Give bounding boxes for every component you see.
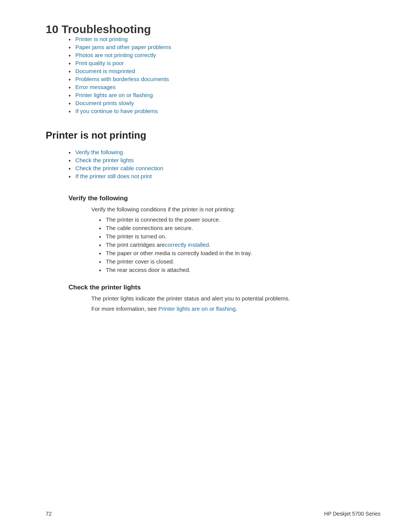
correctly-installed-link[interactable]: correctly installed — [165, 241, 209, 248]
subsection-check-lights: Check the printer lights The printer lig… — [68, 284, 381, 312]
printer-not-printing-subtoc: Verify the followingCheck the printer li… — [68, 149, 381, 179]
verify-items-list: The printer is connected to the power so… — [99, 216, 381, 273]
toc-link[interactable]: Document is misprinted — [75, 68, 135, 74]
toc-link[interactable]: Print quality is poor — [75, 60, 124, 66]
list-item: The printer is connected to the power so… — [99, 216, 381, 223]
check-lights-body1: The printer lights indicate the printer … — [91, 295, 381, 302]
list-item: The printer cover is closed. — [99, 258, 381, 265]
subsection-title-check-lights: Check the printer lights — [68, 284, 381, 291]
sub-toc-link[interactable]: Check the printer lights — [75, 157, 134, 163]
toc-link[interactable]: If you continue to have problems — [75, 108, 158, 114]
section-title-printer-not-printing: Printer is not printing — [46, 129, 381, 141]
toc-item: Document prints slowly — [68, 100, 381, 106]
sub-toc-item: Verify the following — [68, 149, 381, 155]
sub-toc-item: If the printer still does not print — [68, 173, 381, 179]
toc-link[interactable]: Document prints slowly — [75, 100, 134, 106]
subsection-title-verify: Verify the following — [68, 195, 381, 202]
toc-item: Printer lights are on or flashing — [68, 92, 381, 98]
toc-item: Paper jams and other paper problems — [68, 44, 381, 50]
list-item: The paper or other media is correctly lo… — [99, 250, 381, 256]
toc-item: Problems with borderless documents — [68, 76, 381, 82]
toc-item: Printer is not printing — [68, 36, 381, 42]
toc-item: Error messages — [68, 84, 381, 90]
check-lights-body2-prefix: For more information, see — [91, 305, 158, 312]
chapter-number: 10 — [46, 23, 58, 35]
check-lights-body2-suffix: . — [236, 305, 237, 312]
toc-item: Print quality is poor — [68, 60, 381, 66]
page-title: 10 Troubleshooting — [46, 23, 381, 36]
list-item: The printer is turned on. — [99, 233, 381, 240]
toc-link[interactable]: Paper jams and other paper problems — [75, 44, 171, 50]
sub-toc-link[interactable]: If the printer still does not print — [75, 173, 152, 179]
toc-link[interactable]: Photos are not printing correctly — [75, 52, 156, 58]
toc-link[interactable]: Problems with borderless documents — [75, 76, 169, 82]
page-number: 72 — [46, 511, 52, 517]
toc-link[interactable]: Printer is not printing — [75, 36, 128, 42]
sub-toc-link[interactable]: Verify the following — [75, 149, 123, 155]
toc-item: Photos are not printing correctly — [68, 52, 381, 58]
product-name: HP Deskjet 5700 Series — [324, 511, 381, 517]
list-item: The print cartridges are correctly insta… — [99, 241, 381, 248]
page-footer: 72 HP Deskjet 5700 Series — [46, 511, 381, 517]
chapter-title: Troubleshooting — [62, 23, 151, 35]
toc-link[interactable]: Error messages — [75, 84, 116, 90]
list-item: The rear access door is attached. — [99, 267, 381, 273]
page-header: 10 Troubleshooting — [46, 23, 381, 36]
toc-item: If you continue to have problems — [68, 108, 381, 114]
verify-intro-text: Verify the following conditions if the p… — [91, 206, 381, 212]
toc-link[interactable]: Printer lights are on or flashing — [75, 92, 153, 98]
section-printer-not-printing: Printer is not printing Verify the follo… — [46, 129, 381, 312]
printer-lights-link[interactable]: Printer lights are on or flashing — [158, 305, 236, 312]
sub-toc-link[interactable]: Check the printer cable connection — [75, 165, 163, 171]
sub-toc-item: Check the printer lights — [68, 157, 381, 163]
toc-item: Document is misprinted — [68, 68, 381, 74]
sub-toc-item: Check the printer cable connection — [68, 165, 381, 171]
subsection-verify: Verify the following Verify the followin… — [68, 195, 381, 273]
check-lights-body2: For more information, see Printer lights… — [91, 305, 381, 312]
list-item: The cable connections are secure. — [99, 225, 381, 231]
table-of-contents: Printer is not printingPaper jams and ot… — [68, 36, 381, 114]
